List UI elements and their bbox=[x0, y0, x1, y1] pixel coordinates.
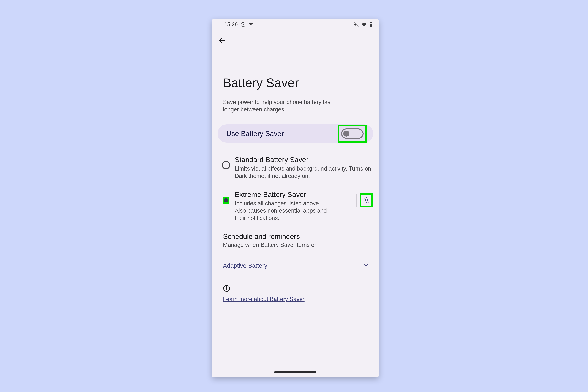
chevron-down-icon bbox=[363, 262, 370, 270]
svg-rect-2 bbox=[370, 24, 372, 27]
home-indicator[interactable] bbox=[274, 371, 316, 373]
learn-more-link[interactable]: Learn more about Battery Saver bbox=[223, 296, 304, 302]
use-battery-saver-switch[interactable] bbox=[341, 128, 364, 139]
option-standard[interactable]: Standard Battery Saver Limits visual eff… bbox=[212, 156, 378, 180]
option-extreme[interactable]: Extreme Battery Saver Includes all chang… bbox=[212, 190, 378, 222]
radio-extreme[interactable] bbox=[225, 198, 227, 202]
page-subtitle: Save power to help your phone battery la… bbox=[212, 90, 359, 113]
option-standard-title: Standard Battery Saver bbox=[235, 156, 373, 164]
radio-standard[interactable] bbox=[222, 161, 230, 169]
svg-point-7 bbox=[226, 287, 227, 288]
highlight-box bbox=[360, 193, 373, 208]
svg-rect-3 bbox=[370, 22, 371, 22]
option-standard-desc: Limits visual effects and background act… bbox=[235, 165, 373, 180]
switch-knob bbox=[343, 130, 349, 136]
status-time: 15:29 bbox=[224, 22, 238, 28]
check-circle-icon bbox=[240, 22, 246, 27]
schedule-desc: Manage when Battery Saver turns on bbox=[223, 242, 368, 248]
adaptive-battery-label: Adaptive Battery bbox=[223, 262, 267, 269]
highlight-box bbox=[223, 197, 229, 204]
mute-icon bbox=[354, 22, 359, 27]
use-battery-saver-label: Use Battery Saver bbox=[226, 129, 284, 138]
gear-icon[interactable] bbox=[362, 202, 370, 204]
battery-icon bbox=[369, 22, 372, 27]
schedule-row[interactable]: Schedule and reminders Manage when Batte… bbox=[212, 222, 378, 248]
phone-frame: 15:29 Battery Saver Save power t bbox=[212, 19, 378, 377]
gmail-icon bbox=[248, 22, 254, 27]
option-extreme-title: Extreme Battery Saver bbox=[235, 190, 355, 198]
option-extreme-desc: Includes all changes listed above. Also … bbox=[235, 200, 330, 222]
vertical-divider bbox=[356, 194, 356, 207]
highlight-box bbox=[338, 124, 367, 143]
back-arrow-icon[interactable] bbox=[218, 43, 226, 46]
svg-point-4 bbox=[365, 199, 367, 201]
adaptive-battery-row[interactable]: Adaptive Battery bbox=[212, 248, 378, 270]
use-battery-saver-row[interactable]: Use Battery Saver bbox=[218, 124, 373, 143]
schedule-title: Schedule and reminders bbox=[223, 232, 368, 240]
page-title: Battery Saver bbox=[212, 46, 378, 90]
info-icon bbox=[223, 290, 230, 292]
status-bar: 15:29 bbox=[212, 19, 378, 30]
wifi-icon bbox=[361, 22, 367, 28]
